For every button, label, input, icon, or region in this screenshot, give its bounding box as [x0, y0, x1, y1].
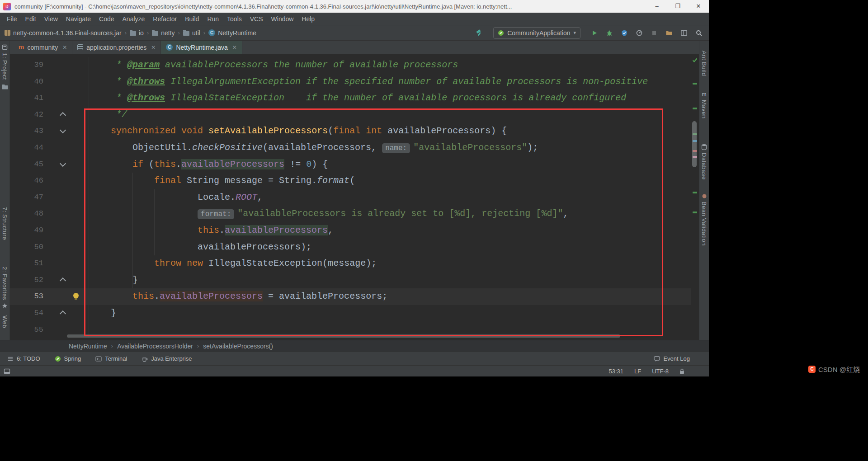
menu-vcs[interactable]: VCS [246, 15, 267, 23]
main-toolbar: CommunityApplication ▾ [474, 27, 704, 39]
class-icon: C [208, 29, 215, 36]
tool-stripe-folder-icon-stripe[interactable] [0, 84, 9, 89]
crumb-separator: › [197, 343, 199, 349]
line-number: 53 [10, 288, 45, 305]
csdn-logo-icon: C [808, 366, 816, 373]
tab-NettyRuntime.java[interactable]: CNettyRuntime.java✕ [161, 41, 242, 54]
profiler-icon[interactable] [634, 28, 645, 38]
menu-view[interactable]: View [40, 15, 62, 23]
close-icon[interactable]: ✕ [62, 44, 67, 51]
menu-tools[interactable]: Tools [223, 15, 246, 23]
gutter [45, 239, 89, 256]
menu-code[interactable]: Code [95, 15, 118, 23]
menu-window[interactable]: Window [267, 15, 298, 23]
fold-marker-icon[interactable] [60, 310, 66, 317]
editor-breadcrumb[interactable]: setAvailableProcessors() [203, 343, 273, 350]
close-icon[interactable]: ✕ [151, 44, 156, 51]
tool-stripe-1: Project[interactable]: 1: Project [0, 44, 9, 80]
menu-build[interactable]: Build [181, 15, 203, 23]
toolwindow-button-Spring[interactable]: Spring [55, 355, 81, 362]
tab-application.properties[interactable]: application.properties✕ [72, 41, 161, 54]
toolwindow-button-Terminal[interactable]: Terminal [95, 355, 127, 362]
chevron-down-icon: ▾ [573, 30, 576, 36]
nav-crumb-io[interactable]: io [130, 29, 144, 37]
coverage-icon[interactable] [619, 28, 630, 38]
event-log-button[interactable]: Event Log [654, 355, 690, 362]
lock-icon[interactable] [679, 368, 684, 374]
tool-stripe-Bean Validation[interactable]: Bean Validation [699, 193, 709, 246]
javaee-icon [142, 356, 148, 362]
code-token: new [187, 258, 203, 268]
gutter [45, 156, 89, 173]
nav-crumb-util[interactable]: util [183, 29, 200, 37]
open-project-icon[interactable] [664, 28, 675, 38]
code-token: @throws [127, 76, 165, 87]
run-icon[interactable] [589, 28, 600, 38]
fold-marker-icon[interactable] [60, 127, 66, 133]
editor-line: 39 * @param availableProcessors the numb… [10, 57, 691, 74]
tool-stripe-Web[interactable]: Web [0, 315, 9, 328]
window-controls: – ❐ ✕ [646, 0, 709, 13]
menu-run[interactable]: Run [203, 15, 223, 23]
restore-button[interactable]: ❐ [667, 0, 688, 13]
module-icon: m [19, 44, 24, 51]
editor-line: 43 synchronized void setAvailableProcess… [10, 123, 691, 140]
debug-icon[interactable] [604, 28, 615, 38]
menu-refactor[interactable]: Refactor [149, 15, 181, 23]
layout-icon[interactable] [679, 28, 689, 38]
horizontal-scrollbar[interactable] [67, 334, 620, 338]
menu-analyze[interactable]: Analyze [118, 15, 149, 23]
stop-icon[interactable] [649, 28, 660, 38]
run-configuration-select[interactable]: CommunityApplication ▾ [493, 27, 580, 39]
tab-community[interactable]: mcommunity✕ [14, 41, 72, 54]
code-token: ) { [311, 159, 328, 169]
tool-stripe-Ant Build[interactable]: Ant Build [699, 51, 709, 76]
close-icon[interactable]: ✕ [232, 44, 237, 51]
vertical-scrollbar[interactable] [692, 121, 697, 167]
intention-bulb-icon[interactable] [73, 293, 79, 298]
menu-navigate[interactable]: Navigate [62, 15, 95, 23]
stripe-mark[interactable] [693, 192, 697, 193]
stripe-mark[interactable] [693, 108, 697, 109]
minimize-button[interactable]: – [646, 0, 667, 13]
menu-file[interactable]: File [3, 15, 21, 23]
close-button[interactable]: ✕ [688, 0, 709, 13]
tool-stripe-7: Structure[interactable]: 7: Structure [0, 207, 9, 240]
caret-position[interactable]: 53:31 [609, 368, 623, 375]
code-line: * @throws IllegalStateException if the n… [89, 90, 626, 107]
code-line: synchronized void setAvailableProcessors… [89, 123, 507, 140]
toolwindow-button-6: TODO[interactable]: 6: TODO [7, 355, 40, 362]
line-number: 50 [10, 239, 45, 256]
line-separator[interactable]: LF [634, 368, 641, 375]
nav-crumb-netty-common-4.1.36.Final-sources.jar[interactable]: netty-common-4.1.36.Final-sources.jar [5, 29, 122, 37]
code-token: ); [527, 142, 538, 153]
stripe-mark[interactable] [693, 83, 697, 85]
window-title: community [F:\community] - C:\home\jason… [14, 3, 646, 10]
properties-file-icon [77, 44, 83, 50]
toolwindow-toggle-icon[interactable] [4, 368, 10, 375]
editor-breadcrumb[interactable]: AvailableProcessorsHolder [117, 343, 193, 350]
crumb-separator: › [125, 29, 127, 36]
tool-stripe-Database[interactable]: Database [699, 144, 709, 180]
fold-marker-icon[interactable] [60, 278, 66, 284]
build-hammer-icon[interactable] [474, 28, 485, 38]
gutter [45, 272, 89, 289]
file-encoding[interactable]: UTF-8 [652, 368, 669, 375]
nav-crumb-NettyRuntime[interactable]: CNettyRuntime [208, 29, 256, 37]
menu-help[interactable]: Help [297, 15, 319, 23]
tool-stripe-2: Favorites[interactable]: 2: Favorites [0, 267, 9, 309]
editor-line: 51 throw new IllegalStateException(messa… [10, 255, 691, 272]
toolwindow-button-Java Enterprise[interactable]: Java Enterprise [142, 355, 192, 362]
code-editor[interactable]: 39 * @param availableProcessors the numb… [10, 54, 691, 340]
line-number: 40 [10, 74, 45, 90]
search-icon[interactable] [693, 28, 704, 38]
fold-marker-icon[interactable] [60, 112, 66, 118]
stripe-mark[interactable] [693, 212, 697, 213]
fold-marker-icon[interactable] [60, 160, 66, 166]
editor-breadcrumb[interactable]: NettyRuntime [69, 343, 107, 350]
menu-edit[interactable]: Edit [21, 15, 40, 23]
tool-stripe-Maven[interactable]: mMaven [699, 91, 709, 119]
nav-crumb-netty[interactable]: netty [152, 29, 175, 37]
error-stripe[interactable] [691, 54, 699, 340]
code-token: throw [154, 258, 181, 268]
